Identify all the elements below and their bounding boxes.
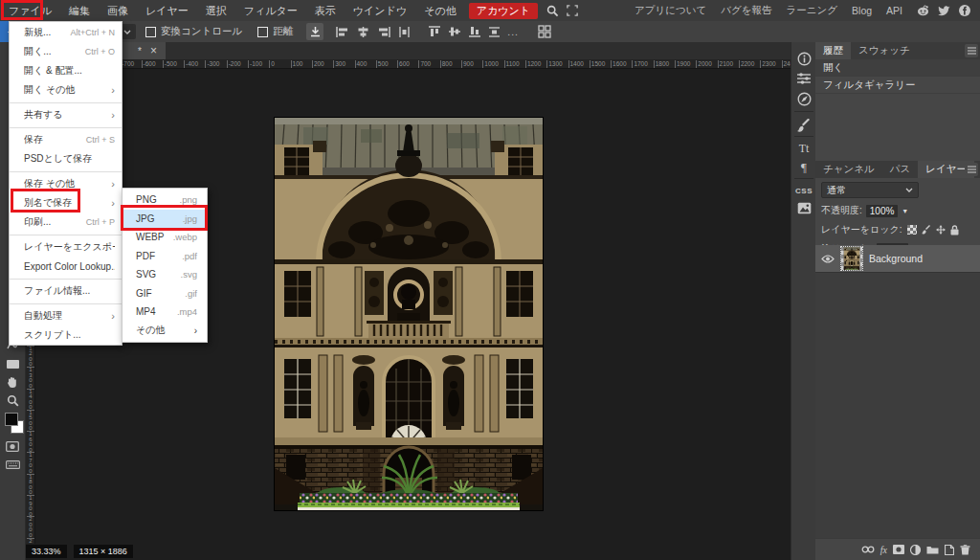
export-option-JPG[interactable]: JPG.jpg [122, 210, 207, 229]
export-option-その他[interactable]: その他› [122, 322, 207, 341]
account-button[interactable]: アカウント [469, 3, 538, 19]
info-icon[interactable] [791, 50, 816, 67]
export-option-GIF[interactable]: GIF.gif [122, 284, 207, 303]
layer-thumbnail[interactable] [841, 247, 862, 270]
history-entry[interactable]: フィルタギャラリー [815, 77, 980, 94]
adjustment-layer-icon[interactable] [910, 545, 921, 555]
file-menu-item-別名で保存[interactable]: 別名で保存› [10, 193, 122, 213]
close-tab-icon[interactable]: × [150, 46, 157, 56]
file-menu-item-新規-[interactable]: 新規...Alt+Ctrl + N [10, 23, 122, 42]
workspace-grid-icon[interactable] [538, 25, 551, 38]
menu-レイヤー[interactable]: レイヤー [137, 0, 197, 21]
file-menu-item-共有する[interactable]: 共有する› [10, 105, 122, 124]
align-center-h-icon[interactable] [357, 27, 369, 37]
menu-フィルター[interactable]: フィルター [235, 0, 306, 21]
tab-パス[interactable]: パス [882, 161, 919, 178]
layer-row-background[interactable]: Background [815, 245, 980, 273]
file-menu-item-スクリプト-[interactable]: スクリプト... [10, 325, 122, 345]
align-top-icon[interactable] [429, 26, 440, 37]
image-panel-icon[interactable] [791, 199, 816, 216]
menu-bar-link[interactable]: Blog [852, 5, 872, 16]
layer-style-fx-icon[interactable]: fx [880, 545, 887, 555]
export-option-PDF[interactable]: PDF.pdf [122, 247, 207, 266]
panel-menu-icon[interactable] [965, 44, 978, 57]
hand-tool[interactable] [0, 373, 25, 391]
file-menu-item-開く-その他[interactable]: 開く その他› [10, 80, 122, 100]
file-menu-item-開く-[interactable]: 開く...Ctrl + O [10, 42, 122, 61]
opacity-value[interactable]: 100% [866, 205, 899, 217]
transform-control-checkbox[interactable]: 変換コントロール [145, 25, 242, 38]
export-option-WEBP[interactable]: WEBP.webp [122, 228, 207, 247]
tab-スウォッチ[interactable]: スウォッチ [851, 42, 918, 59]
align-middle-v-icon[interactable] [449, 26, 460, 37]
distribute-h-icon[interactable] [399, 27, 410, 37]
properties-icon[interactable] [791, 70, 816, 87]
link-layers-icon[interactable] [861, 546, 875, 553]
menu-bar-link[interactable]: ラーニング [787, 4, 837, 17]
navigator-icon[interactable] [791, 90, 816, 107]
file-menu-item-自動処理[interactable]: 自動処理› [10, 306, 122, 325]
paragraph-panel-icon[interactable]: ¶ [791, 159, 816, 176]
shape-tool[interactable] [0, 355, 25, 372]
tab-履歴[interactable]: 履歴 [815, 42, 851, 59]
file-menu-item-印刷-[interactable]: 印刷...Ctrl + P [10, 213, 122, 232]
lock-paint-icon[interactable] [922, 225, 931, 235]
export-option-SVG[interactable]: SVG.svg [122, 265, 207, 284]
css-panel-icon[interactable]: CSS [791, 182, 816, 199]
menu-bar-link[interactable]: アプリについて [635, 4, 706, 17]
twitter-icon[interactable] [938, 6, 950, 16]
color-swatches[interactable] [0, 412, 25, 435]
menu-item-label: ファイル情報... [24, 284, 115, 298]
align-left-icon[interactable] [336, 27, 348, 37]
distribute-v-icon[interactable] [489, 27, 500, 37]
file-menu-item-レイヤーをエクスポート-[interactable]: レイヤーをエクスポート... [10, 237, 122, 257]
menu-編集[interactable]: 編集 [60, 0, 99, 21]
menu-bar-link[interactable]: API [886, 5, 902, 16]
menu-ウインドウ[interactable]: ウインドウ [345, 0, 415, 21]
layer-visibility-eye-icon[interactable] [821, 255, 835, 263]
file-menu-item-Export-Color-Lookup-[interactable]: Export Color Lookup... [10, 257, 122, 276]
more-options-button[interactable]: ... [507, 26, 519, 37]
menu-ファイル[interactable]: ファイル [0, 0, 60, 21]
blend-mode-select[interactable]: 通常 [821, 182, 919, 198]
menu-表示[interactable]: 表示 [306, 0, 345, 21]
file-menu-item-開く-配置-[interactable]: 開く & 配置... [10, 61, 122, 80]
menu-選択[interactable]: 選択 [197, 0, 235, 21]
brush-settings-icon[interactable] [791, 117, 816, 134]
opacity-dropdown-icon[interactable]: ▼ [902, 208, 908, 214]
lock-transparency-icon[interactable] [907, 225, 917, 235]
lock-all-icon[interactable] [950, 225, 959, 235]
foreground-color-swatch[interactable] [5, 413, 18, 426]
fullscreen-icon[interactable] [563, 1, 582, 20]
export-option-PNG[interactable]: PNG.png [122, 190, 207, 210]
align-right-icon[interactable] [378, 27, 390, 37]
tab-チャンネル[interactable]: チャンネル [815, 161, 882, 178]
new-group-folder-icon[interactable] [926, 545, 939, 554]
facebook-icon[interactable] [959, 5, 970, 16]
add-mask-icon[interactable] [893, 545, 904, 554]
export-option-MP4[interactable]: MP4.mp4 [122, 302, 207, 322]
menu-bar-link[interactable]: バグを報告 [721, 4, 771, 17]
menu-画像[interactable]: 画像 [99, 0, 137, 21]
character-panel-icon[interactable]: Tt [791, 140, 816, 157]
menu-その他[interactable]: その他 [415, 0, 465, 21]
file-menu-item-保存-その他[interactable]: 保存 その他› [10, 174, 122, 193]
distance-checkbox[interactable]: 距離 [257, 25, 293, 38]
zoom-tool[interactable] [0, 392, 25, 409]
auto-select-download-icon[interactable] [306, 23, 323, 40]
zoom-level[interactable]: 33.33% [26, 545, 67, 558]
new-layer-icon[interactable] [945, 545, 954, 555]
search-icon[interactable] [544, 1, 563, 20]
document-dimensions[interactable]: 1315 × 1886 [74, 545, 133, 558]
panel-menu-icon[interactable] [965, 163, 978, 176]
quick-mask-button[interactable] [0, 437, 25, 455]
keyboard-shortcuts-button[interactable] [0, 456, 25, 473]
lock-position-icon[interactable] [936, 225, 946, 235]
reddit-icon[interactable] [917, 5, 929, 16]
file-menu-item-保存[interactable]: 保存Ctrl + S [10, 130, 122, 149]
align-bottom-icon[interactable] [469, 26, 480, 37]
history-entry[interactable]: 開く [815, 59, 980, 77]
file-menu-item-PSDとして保存[interactable]: PSDとして保存 [10, 149, 122, 168]
delete-layer-trash-icon[interactable] [960, 545, 970, 555]
file-menu-item-ファイル情報-[interactable]: ファイル情報... [10, 281, 122, 301]
